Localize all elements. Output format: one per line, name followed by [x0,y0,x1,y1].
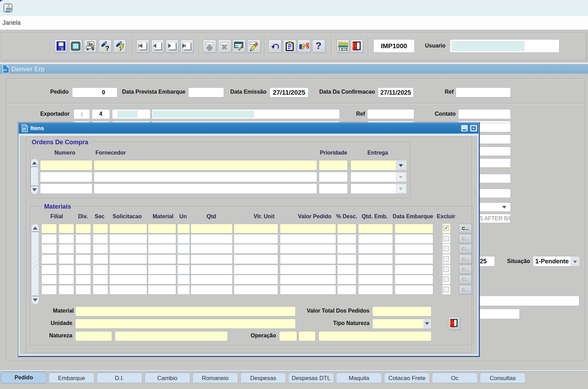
svg-text:Menu: Menu [338,41,348,46]
svg-text:?: ? [105,44,109,51]
